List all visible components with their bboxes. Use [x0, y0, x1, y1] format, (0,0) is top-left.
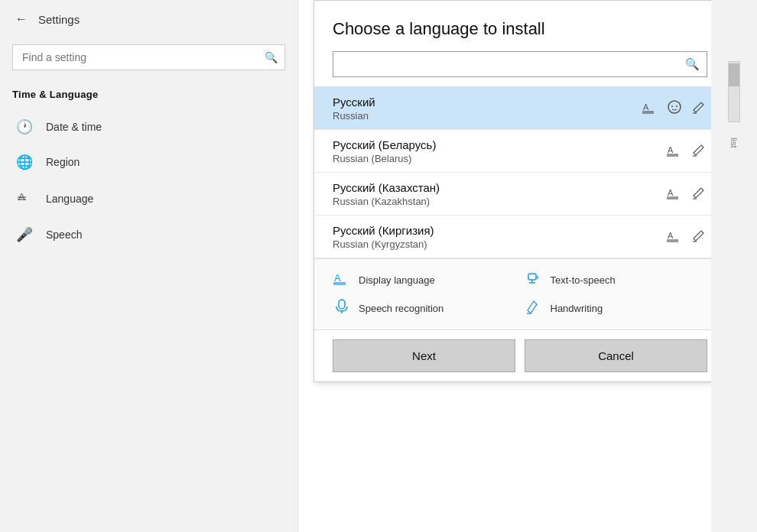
svg-rect-28 — [339, 300, 345, 309]
language-english: Russian (Belarus) — [333, 153, 666, 164]
language-icons: A — [666, 185, 707, 203]
svg-point-7 — [671, 105, 673, 107]
sidebar-search-input[interactable] — [12, 44, 285, 70]
language-native: Русский (Казахстан) — [333, 181, 666, 194]
font-icon: A — [666, 142, 683, 160]
sidebar-item-label: Region — [46, 156, 80, 168]
nav-list: 🕐 Date & time 🌐 Region A Language 🎤 Spee… — [0, 109, 297, 252]
language-icon: A — [15, 189, 34, 208]
svg-text:A: A — [668, 145, 674, 154]
sidebar-item-language[interactable]: A Language — [0, 180, 297, 217]
dialog-title: Choose a language to install — [314, 1, 726, 51]
language-names: Русский (Киргизия) Russian (Kyrgyzstan) — [333, 224, 666, 250]
sidebar-search-icon: 🔍 — [265, 51, 278, 63]
sidebar-item-speech[interactable]: 🎤 Speech — [0, 217, 297, 252]
scrollbar[interactable] — [728, 61, 740, 122]
svg-rect-25 — [528, 274, 536, 280]
font-icon: A — [666, 185, 683, 203]
display-language-label: Display language — [359, 274, 435, 286]
language-english: Russian (Kazakhstan) — [333, 196, 666, 207]
language-english: Russian — [333, 110, 642, 122]
edit-icon — [690, 228, 707, 245]
language-names: Русский (Казахстан) Russian (Kazakhstan) — [333, 181, 666, 207]
sidebar-search-box: 🔍 — [12, 44, 285, 70]
language-names: Русский (Беларусь) Russian (Belarus) — [333, 138, 666, 164]
dialog-search-box: russian 🔍 — [333, 51, 707, 77]
svg-text:A: A — [643, 102, 649, 112]
next-button[interactable]: Next — [333, 339, 515, 372]
sidebar-item-label: Date & time — [46, 121, 102, 133]
cancel-button[interactable]: Cancel — [525, 339, 707, 372]
sidebar-title: Settings — [38, 13, 80, 26]
language-icons: A — [666, 142, 707, 160]
dialog-actions: Next Cancel — [314, 329, 726, 381]
clock-icon: 🕐 — [15, 118, 34, 135]
sidebar-item-date-time[interactable]: 🕐 Date & time — [0, 109, 297, 144]
edit-icon — [690, 142, 707, 160]
dialog-search-icon: 🔍 — [685, 57, 700, 71]
language-native: Русский (Беларусь) — [333, 138, 666, 151]
speech-recognition-option: Speech recognition — [333, 298, 502, 319]
sidebar-item-label: Language — [46, 193, 93, 205]
font-icon: A — [642, 99, 658, 117]
microphone-icon: 🎤 — [15, 226, 34, 243]
sidebar: ← Settings 🔍 Time & Language 🕐 Date & ti… — [0, 0, 298, 532]
back-icon: ← — [15, 12, 28, 26]
text-to-speech-option: Text-to-speech — [525, 270, 694, 290]
svg-point-8 — [676, 105, 677, 107]
back-button[interactable]: ← — [12, 9, 31, 29]
handwriting-icon — [525, 298, 543, 319]
sidebar-item-label: Speech — [46, 229, 82, 241]
language-item-kyrgyzstan[interactable]: Русский (Киргизия) Russian (Kyrgyzstan) … — [314, 216, 726, 258]
language-english: Russian (Kyrgyzstan) — [333, 238, 666, 250]
language-dialog: Choose a language to install russian 🔍 Р… — [314, 0, 726, 382]
display-language-icon: A — [333, 270, 351, 290]
edit-icon — [690, 185, 707, 203]
language-list: Русский Russian A — [314, 86, 726, 258]
language-native: Русский (Киргизия) — [333, 224, 666, 237]
handwriting-label: Handwriting — [551, 303, 603, 314]
display-language-option: A Display language — [333, 270, 502, 290]
language-item-belarus[interactable]: Русский (Беларусь) Russian (Belarus) A — [314, 130, 726, 173]
text-to-speech-icon — [525, 270, 543, 290]
svg-text:A: A — [668, 188, 674, 197]
svg-text:A: A — [334, 272, 341, 284]
sidebar-item-region[interactable]: 🌐 Region — [0, 144, 297, 180]
language-item-kazakhstan[interactable]: Русский (Казахстан) Russian (Kazakhstan)… — [314, 173, 726, 216]
svg-text:A: A — [668, 231, 674, 240]
svg-point-6 — [668, 101, 681, 113]
sidebar-header: ← Settings — [0, 0, 297, 38]
handwriting-option: Handwriting — [525, 298, 694, 319]
face-icon — [666, 99, 683, 117]
language-icons: A — [642, 99, 707, 117]
speech-recognition-icon — [333, 298, 351, 319]
right-sidebar-partial: list — [711, 0, 757, 532]
main-content: Choose a language to install russian 🔍 Р… — [298, 0, 757, 532]
text-to-speech-label: Text-to-speech — [551, 274, 616, 286]
language-native: Русский — [333, 96, 642, 109]
dialog-search-input[interactable]: russian — [333, 51, 707, 77]
speech-recognition-label: Speech recognition — [359, 303, 443, 314]
right-text: list — [729, 138, 739, 148]
language-names: Русский Russian — [333, 96, 642, 122]
globe-icon: 🌐 — [15, 154, 34, 170]
install-options-panel: A Display language Text-to-speec — [314, 258, 726, 329]
language-icons: A — [666, 228, 707, 245]
font-icon: A — [666, 228, 683, 245]
section-title: Time & Language — [0, 83, 297, 103]
language-item-russian[interactable]: Русский Russian A — [314, 87, 726, 130]
edit-icon — [690, 99, 707, 117]
